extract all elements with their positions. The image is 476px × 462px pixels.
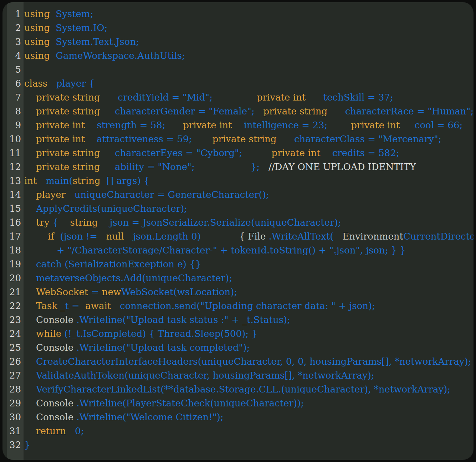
code-segment-code: creditYield = "Mid"; <box>100 92 213 103</box>
code-segment-code: characterRace = "Human"; <box>327 106 474 117</box>
code-text: Console .Writeline(PlayerStateCheck(uniq… <box>24 396 474 410</box>
code-text: WebSocket = newWebSocket(wsLocation); <box>24 285 474 299</box>
line-number: 11 <box>7 146 24 160</box>
code-segment-kw: private int <box>213 92 306 103</box>
code-segment-comment: //DAY ONE UPLOAD IDENTITY <box>260 161 416 172</box>
code-segment-code: json.Length 0) <box>124 231 201 242</box>
code-segment-kw: await <box>82 301 111 311</box>
code-segment-code: ability = "None"; <box>100 161 195 172</box>
code-segment-kw: private string <box>255 106 327 117</box>
code-text: using System; <box>24 7 474 21</box>
code-segment-plain: Console <box>24 342 73 353</box>
code-segment-code: strength = 58; <box>85 120 165 130</box>
code-segment-code: VerifyCharacterLinkedList(**database.Sto… <box>24 384 450 395</box>
code-text: } <box>24 438 474 452</box>
code-segment-code: .Writeline("Upload task status :" + _t.S… <box>73 314 290 325</box>
line-number: 18 <box>7 243 24 257</box>
code-text: using System.Text.Json; <box>24 35 474 49</box>
code-segment-kw: private string <box>192 134 276 144</box>
code-segment-code: .Writeline(PlayerStateCheck(uniqueCharac… <box>73 398 304 409</box>
line-number: 2 <box>7 21 24 35</box>
code-segment-code: System.Text.Json; <box>50 36 139 47</box>
code-segment-kw: private int <box>242 148 321 158</box>
code-text: using GameWorkspace.AuthUtils; <box>24 49 474 63</box>
code-line[interactable]: 15 ApplyCredits(uniqueCharacter); <box>2 202 474 216</box>
code-line[interactable]: 16 try { string json = JsonSerializer.Se… <box>2 216 474 230</box>
code-line[interactable]: 25 Console .Writeline("Upload task compl… <box>2 341 474 355</box>
line-number: 14 <box>7 188 24 202</box>
code-segment-plain: Console <box>24 314 73 325</box>
code-text: try { string json = JsonSerializer.Seria… <box>24 216 474 230</box>
code-text: private int strength = 58; private int i… <box>24 118 474 132</box>
code-line[interactable]: 19 catch (SerializationException e) {} <box>2 257 474 271</box>
line-number: 3 <box>7 35 24 49</box>
code-line[interactable]: 30 Console .Writeline("Welcome Citizen!"… <box>2 410 474 424</box>
code-text: private string creditYield = "Mid"; priv… <box>24 91 474 104</box>
code-segment-code: techSkill = 37; <box>306 92 393 103</box>
code-line[interactable]: 13int main(string [] args) { <box>2 174 474 188</box>
code-text: VerifyCharacterLinkedList(**database.Sto… <box>24 383 474 396</box>
code-segment-code: } <box>24 440 30 450</box>
code-line[interactable]: 24 while (!_t.IsCompleted) { Thread.Slee… <box>2 327 474 341</box>
code-segment-code: metaverseObjects.Add(uniqueCharacter); <box>24 273 232 283</box>
code-segment-kw: private int <box>327 120 400 130</box>
code-line[interactable]: 22 Task _t = await connection.send("Uplo… <box>2 299 474 313</box>
code-line[interactable]: 27 ValidateAuthToken(uniqueCharacter, ho… <box>2 369 474 383</box>
code-line[interactable]: 1using System; <box>2 7 474 21</box>
code-text: catch (SerializationException e) {} <box>24 257 474 271</box>
code-line[interactable]: 29 Console .Writeline(PlayerStateCheck(u… <box>2 396 474 410</box>
code-text: if (json != null json.Length 0) { File .… <box>24 230 474 243</box>
code-line[interactable]: 4using GameWorkspace.AuthUtils; <box>2 49 474 63</box>
code-segment-code: _t = <box>57 301 82 311</box>
code-segment-code: player { <box>47 78 95 89</box>
code-line[interactable]: 32} <box>2 438 474 452</box>
code-segment-kw: string <box>58 217 98 228</box>
code-segment-code: .Writeline("Upload task completed"); <box>73 342 250 353</box>
code-segment-code: credits = 582; <box>321 148 399 158</box>
code-text: private string characterEyes = "Cyborg";… <box>24 146 474 160</box>
code-line[interactable]: 10 private int attractiveness = 59; priv… <box>2 132 474 146</box>
code-segment-plain: { File <box>201 231 266 242</box>
code-segment-code: connection.send("Uploading character dat… <box>111 301 375 311</box>
code-segment-code: GameWorkspace.AuthUtils; <box>50 50 185 61</box>
code-line[interactable]: 8 private string characterGender = "Fema… <box>2 104 474 118</box>
code-line[interactable]: 20 metaverseObjects.Add(uniqueCharacter)… <box>2 271 474 285</box>
code-segment-plain: Console <box>24 412 73 422</box>
code-lines: 1using System;2using System.IO;3using Sy… <box>2 7 474 452</box>
code-text: private string ability = "None"; }; //DA… <box>24 160 474 174</box>
code-line[interactable]: 28 VerifyCharacterLinkedList(**database.… <box>2 383 474 396</box>
code-editor-panel: 1using System;2using System.IO;3using Sy… <box>2 2 474 460</box>
code-line[interactable]: 3using System.Text.Json; <box>2 35 474 49</box>
code-segment-code: cool = 66; <box>400 120 463 130</box>
code-text: ApplyCredits(uniqueCharacter); <box>24 202 474 216</box>
code-line[interactable]: 2using System.IO; <box>2 21 474 35</box>
code-segment-kw: private string <box>24 161 100 172</box>
code-segment-kw: string <box>73 175 101 186</box>
code-segment-code: main( <box>37 175 73 186</box>
code-line[interactable]: 9 private int strength = 58; private int… <box>2 118 474 132</box>
code-line[interactable]: 12 private string ability = "None"; }; /… <box>2 160 474 174</box>
code-line[interactable]: 11 private string characterEyes = "Cybor… <box>2 146 474 160</box>
code-segment-code: { <box>50 217 58 228</box>
code-line[interactable]: 14 player uniqueCharacter = GenerateChar… <box>2 188 474 202</box>
line-number: 12 <box>7 160 24 174</box>
code-text: Console .Writeline("Upload task status :… <box>24 313 474 327</box>
line-number: 1 <box>7 7 24 21</box>
code-segment-code: uniqueCharacter = GenerateCharacter(); <box>66 189 269 200</box>
code-line[interactable]: 26 CreateCharacterInterfaceHeaders(uniqu… <box>2 355 474 369</box>
code-line[interactable]: 31 return 0; <box>2 424 474 438</box>
code-line[interactable]: 18 + "/CharacterStorage/Character-" + to… <box>2 243 474 257</box>
code-segment-kw: private int <box>24 120 85 130</box>
code-line[interactable]: 21 WebSocket = newWebSocket(wsLocation); <box>2 285 474 299</box>
line-number: 21 <box>7 285 24 299</box>
code-line[interactable]: 23 Console .Writeline("Upload task statu… <box>2 313 474 327</box>
code-line[interactable]: 17 if (json != null json.Length 0) { Fil… <box>2 230 474 243</box>
code-line[interactable]: 6class player { <box>2 77 474 91</box>
code-segment-kw: private int <box>24 134 85 144</box>
line-number: 28 <box>7 383 24 396</box>
code-text: CreateCharacterInterfaceHeaders(uniqueCh… <box>24 355 474 369</box>
code-line[interactable]: 5 <box>2 63 474 77</box>
line-number: 13 <box>7 174 24 188</box>
code-segment-kw: try <box>24 217 50 228</box>
code-line[interactable]: 7 private string creditYield = "Mid"; pr… <box>2 91 474 104</box>
